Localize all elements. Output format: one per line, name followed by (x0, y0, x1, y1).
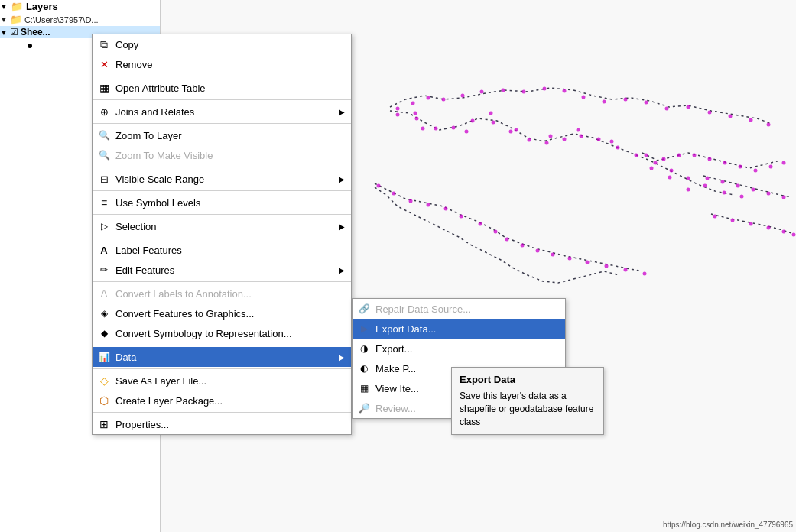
folder-path-text: C:\Users\37957\D... (24, 15, 99, 24)
menu-item-edit-features[interactable]: Edit Features ▶ (93, 260, 351, 280)
layers-folder-item: ▼ 📁 C:\Users\37957\D... (0, 13, 160, 26)
convgfx-icon (97, 307, 111, 320)
menu-sep-8 (93, 281, 351, 282)
menu-item-convert-features[interactable]: Convert Features to Graphics... (93, 303, 351, 323)
selection-arrow-icon: ▶ (339, 222, 345, 231)
layers-title: ▼ 📁 Layers (0, 0, 160, 13)
submenu-exportfeatures-label: Export... (375, 343, 559, 355)
menu-item-zoom-layer[interactable]: Zoom To Layer (93, 125, 351, 145)
viewit-icon (357, 381, 371, 395)
zoom-icon (97, 128, 111, 142)
svg-point-48 (494, 230, 498, 234)
symbol-icon (97, 196, 111, 209)
watermark-text: https://blog.csdn.net/weixin_47796965 (663, 521, 793, 529)
svg-point-43 (409, 200, 413, 203)
menu-sep-9 (93, 345, 351, 345)
menu-item-convert-symbology[interactable]: Convert Symbology to Representation... (93, 323, 351, 343)
svg-point-17 (708, 111, 712, 115)
menu-openattr-label: Open Attribute Table (115, 83, 345, 94)
svg-point-26 (492, 121, 495, 125)
svg-point-79 (792, 233, 796, 237)
data-icon (97, 350, 111, 364)
menu-item-properties[interactable]: Properties... (93, 414, 351, 434)
layer-checkbox-icon[interactable]: ☑ (10, 27, 18, 37)
menu-item-copy[interactable]: Copy (93, 34, 351, 54)
svg-point-78 (782, 230, 786, 234)
menu-sep-7 (93, 238, 351, 238)
svg-point-33 (616, 146, 620, 150)
context-menu: Copy Remove Open Attribute Table Joins a… (92, 34, 352, 435)
svg-point-28 (528, 138, 531, 142)
convsymb-icon (97, 326, 111, 340)
menu-item-save-layer[interactable]: Save As Layer File... (93, 371, 351, 391)
menu-item-label-features[interactable]: Label Features (93, 240, 351, 260)
submenu-item-export[interactable]: Export Data... (353, 319, 565, 339)
makep-icon (357, 362, 371, 375)
folder-icon: 📁 (10, 14, 22, 25)
submenu-item-repair: Repair Data Source... (353, 299, 565, 319)
tooltip-title: Export Data (460, 374, 596, 385)
menu-item-visible-scale[interactable]: Visible Scale Range ▶ (93, 169, 351, 189)
svg-point-1 (396, 107, 400, 111)
svg-point-34 (635, 154, 638, 157)
menu-item-joins[interactable]: Joins and Relates ▶ (93, 102, 351, 122)
menu-item-create-pkg[interactable]: Create Layer Package... (93, 391, 351, 410)
svg-point-88 (650, 167, 654, 170)
svg-point-11 (582, 96, 586, 99)
svg-point-69 (721, 180, 725, 184)
svg-point-9 (543, 87, 547, 91)
svg-point-4 (442, 98, 446, 102)
svg-point-56 (624, 268, 628, 272)
svg-point-2 (411, 102, 415, 105)
svg-point-74 (713, 215, 717, 219)
svg-point-22 (415, 117, 419, 121)
svg-point-14 (645, 101, 648, 105)
svg-point-89 (668, 176, 672, 180)
svg-point-85 (549, 135, 553, 138)
scale-arrow-icon: ▶ (339, 175, 345, 183)
menu-copy-label: Copy (115, 39, 345, 50)
export-icon (357, 322, 371, 336)
svg-point-72 (767, 192, 771, 196)
svg-point-35 (654, 161, 658, 165)
svg-point-51 (536, 249, 540, 253)
menu-item-symbol-levels[interactable]: Use Symbol Levels (93, 193, 351, 212)
menu-item-selection[interactable]: Selection ▶ (93, 216, 351, 236)
menu-sep-6 (93, 214, 351, 215)
scale-icon (97, 172, 111, 186)
folder-expand-icon: ▼ (0, 15, 8, 24)
submenu-item-export-features[interactable]: Export... (353, 339, 565, 358)
svg-point-63 (723, 161, 727, 165)
menu-convertfeatures-label: Convert Features to Graphics... (115, 308, 345, 320)
svg-point-90 (687, 188, 690, 192)
svg-point-32 (597, 138, 601, 141)
menu-item-remove[interactable]: Remove (93, 54, 351, 74)
menu-sep-11 (93, 412, 351, 413)
props-icon (97, 417, 111, 431)
svg-point-84 (515, 128, 518, 132)
layers-title-text: Layers (26, 1, 58, 12)
menu-sep-10 (93, 368, 351, 369)
svg-point-39 (723, 191, 726, 195)
menu-item-open-attr[interactable]: Open Attribute Table (93, 78, 351, 98)
svg-point-73 (782, 196, 786, 200)
menu-item-data[interactable]: Data ▶ (93, 347, 351, 367)
svg-point-45 (444, 207, 448, 211)
svg-point-77 (767, 226, 771, 230)
svg-point-50 (521, 244, 525, 248)
svg-point-41 (377, 184, 381, 188)
svg-point-31 (580, 135, 583, 138)
layer-expand-icon: ▼ (0, 28, 8, 37)
menu-zoomlayer-label: Zoom To Layer (115, 130, 345, 141)
svg-point-36 (670, 169, 674, 173)
svg-point-55 (605, 264, 609, 268)
svg-point-7 (502, 89, 505, 92)
export-data-tooltip: Export Data Save this layer's data as a … (451, 367, 604, 435)
submenu-repair-label: Repair Data Source... (375, 303, 559, 315)
layers-expand-icon: ▼ (0, 2, 8, 11)
svg-point-49 (505, 238, 509, 242)
svg-point-54 (586, 261, 590, 264)
menu-labelfeatures-label: Label Features (115, 245, 345, 256)
svg-point-58 (645, 154, 648, 157)
menu-sep-4 (93, 167, 351, 167)
